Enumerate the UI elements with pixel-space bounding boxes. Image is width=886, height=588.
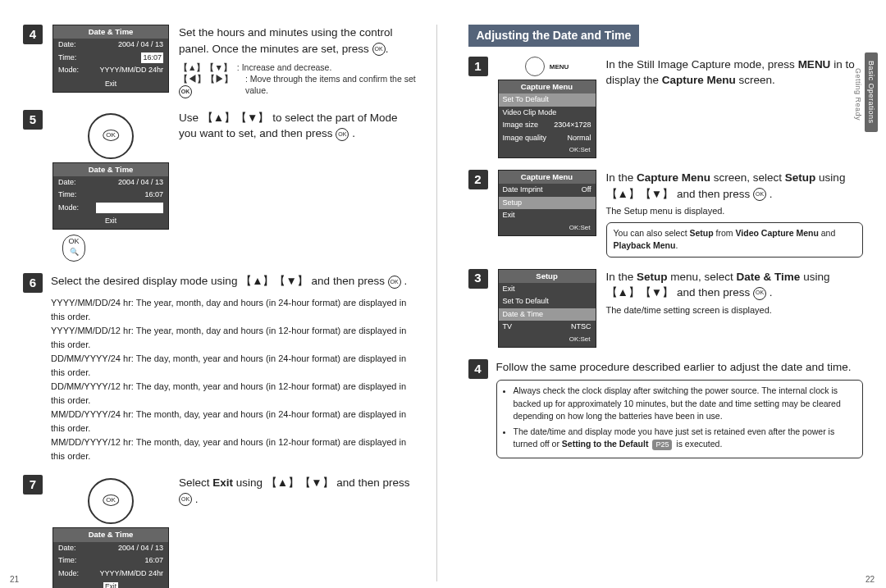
lcd-setup-menu: Setup Exit Set To Default Date & Time TV… <box>498 269 596 348</box>
step-number: 6 <box>23 273 43 293</box>
lcd-date-time: Date & Time Date:2004 / 04 / 13 Time:16:… <box>53 527 169 588</box>
dpad-icon <box>88 478 134 524</box>
side-tab: Basic Operations Getting Ready <box>863 52 878 137</box>
step-number: 7 <box>23 475 43 495</box>
step-6: 6 Select the desired display mode using … <box>23 273 418 463</box>
dpad-icon <box>88 113 134 159</box>
step-number: 5 <box>23 110 43 130</box>
step4-title: Set the hours and minutes using the cont… <box>179 25 418 57</box>
step6-title: Select the desired display mode using 【▲… <box>51 273 418 289</box>
step-7: 7 Date & Time Date:2004 / 04 / 13 Time:1… <box>23 475 418 588</box>
rstep-3: 3 Setup Exit Set To Default Date & Time … <box>468 269 864 348</box>
step5-title: Use 【▲】【▼】 to select the part of Mode yo… <box>179 110 418 142</box>
rstep-2: 2 Capture Menu Date ImprintOff Setup Exi… <box>468 170 864 257</box>
step-number: 2 <box>468 170 488 189</box>
step-number: 4 <box>468 359 488 379</box>
ok-icon: OK <box>336 128 349 141</box>
rstep2-title: In the Capture Menu screen, select Setup… <box>606 170 864 202</box>
lcd-capture-menu: Capture Menu Set To Default Video Clip M… <box>498 80 596 158</box>
ok-icon: OK <box>372 43 386 56</box>
step-number: 3 <box>468 269 488 289</box>
rstep-4: 4 Follow the same procedure described ea… <box>468 359 864 459</box>
ok-icon: OK <box>753 188 766 201</box>
rstep4-title: Follow the same procedure described earl… <box>496 359 864 376</box>
ok-icon: OK <box>179 85 192 98</box>
menu-button-icon <box>525 57 545 76</box>
lcd-date-time: Date & Time Date:2004 / 04 / 13 Time:16:… <box>53 162 169 230</box>
step-5: 5 Date & Time Date:2004 / 04 / 13 Time:1… <box>23 110 418 262</box>
lcd-capture-menu: Capture Menu Date ImprintOff Setup Exit … <box>498 170 596 236</box>
manual-spread: 21 4 Date & Time Date:2004 / 04 / 13 Tim… <box>0 0 886 588</box>
ok-icon: OK <box>753 287 766 300</box>
rstep-1: 1 MENU Capture Menu Set To Default Video… <box>468 57 864 158</box>
page-right: 22 Basic Operations Getting Ready Adjust… <box>465 25 864 581</box>
lcd-title: Date & Time <box>53 25 168 39</box>
rstep3-title: In the Setup menu, select Date & Time us… <box>606 269 864 301</box>
rstep1-title: In the Still Image Capture mode, press M… <box>606 57 864 89</box>
page-number-left: 21 <box>10 574 19 586</box>
ok-icon: OK <box>388 276 401 289</box>
ok-icon: OK <box>179 493 192 506</box>
page-number-right: 22 <box>865 574 875 586</box>
step4-visual: Date & Time Date:2004 / 04 / 13 Time:16:… <box>53 25 169 98</box>
ok-zoom-icon: OK🔍 <box>62 235 85 262</box>
step-4: 4 Date & Time Date:2004 / 04 / 13 Time:1… <box>23 25 418 98</box>
note-box: Always check the clock display after swi… <box>496 380 864 458</box>
section-heading: Adjusting the Date and Time <box>468 25 640 47</box>
page-ref-pill: P25 <box>652 440 672 450</box>
step-number: 1 <box>468 57 488 76</box>
mode-list: YYYY/MM/DD/24 hr: The year, month, day a… <box>51 296 418 464</box>
step7-title: Select Exit using 【▲】【▼】 and then press … <box>179 475 418 507</box>
lcd-date-time: Date & Time Date:2004 / 04 / 13 Time:16:… <box>53 25 169 93</box>
page-left: 21 4 Date & Time Date:2004 / 04 / 13 Tim… <box>23 25 437 581</box>
note-box: You can also select Setup from Video Cap… <box>606 222 864 257</box>
step-number: 4 <box>23 25 43 44</box>
